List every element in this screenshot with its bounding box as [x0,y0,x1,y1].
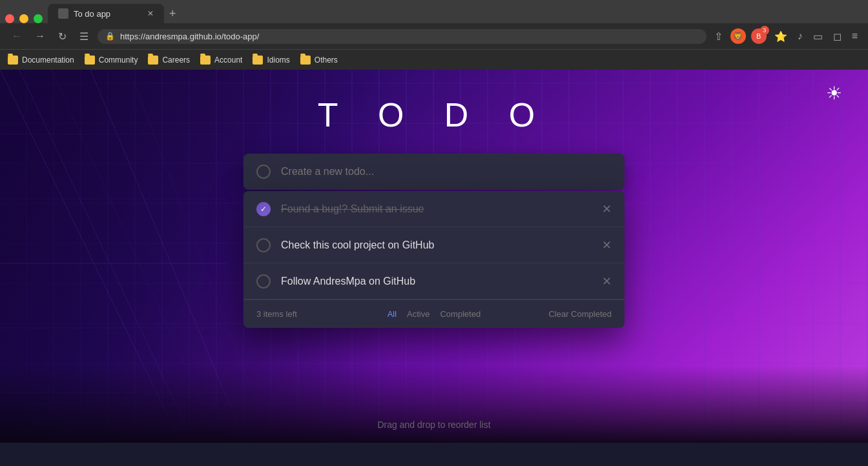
bookmark-label: Others [315,56,338,65]
bookmark-label: Community [99,56,138,65]
todo-item: Follow AndresMpa on GitHub ✕ [243,263,625,299]
tab-title: To do app [74,9,110,19]
folder-icon [253,56,263,65]
new-todo-circle[interactable] [256,165,271,179]
bookmark-label: Careers [162,56,190,65]
new-todo-input[interactable] [281,166,612,177]
badge-count: 3 [760,26,769,35]
lock-icon: 🔒 [105,32,115,41]
todo-delete-btn[interactable]: ✕ [602,274,612,289]
win-close-btn[interactable] [5,14,14,23]
filter-active-btn[interactable]: Active [407,309,429,319]
folder-icon [148,56,158,65]
bookmark-label: Account [214,56,242,65]
todo-text: Follow AndresMpa on GitHub [281,276,592,287]
reload-btn[interactable]: ↻ [54,28,70,45]
drag-hint: Drag and drop to reorder list [377,420,490,430]
filter-completed-btn[interactable]: Completed [440,309,480,319]
bookmark-account[interactable]: Account [200,56,242,65]
todo-item: Check this cool project on GitHub ✕ [243,227,625,263]
todo-check-btn[interactable] [256,274,271,289]
bookmark-others[interactable]: Others [300,56,338,65]
todo-list: ✓ Found a bug!? Submit an issue ✕ Check … [243,191,625,328]
menu-btn[interactable]: ≡ [849,28,860,45]
todo-text: Found a bug!? Submit an issue [281,203,592,215]
share-btn[interactable]: ⇧ [712,28,725,45]
bookmark-community[interactable]: Community [85,56,138,65]
back-btn[interactable]: ← [8,28,26,45]
todo-item: ✓ Found a bug!? Submit an issue ✕ [243,191,625,227]
todo-delete-btn[interactable]: ✕ [602,202,612,216]
bookmark-page-btn[interactable]: ☰ [76,28,92,45]
tab-close-btn[interactable]: ✕ [147,9,154,18]
bookmark-label: Idioms [267,56,289,65]
todo-check-btn[interactable]: ✓ [256,202,271,216]
bookmark-careers[interactable]: Careers [148,56,190,65]
todo-delete-btn[interactable]: ✕ [602,238,612,252]
nav-bar: ← → ↻ ☰ 🔒 https://andresmpa.github.io/to… [0,23,868,49]
folder-icon [85,56,95,65]
address-bar[interactable]: 🔒 https://andresmpa.github.io/todo-app/ [98,29,707,44]
todo-container: ✓ Found a bug!? Submit an issue ✕ Check … [243,154,625,328]
active-tab[interactable]: To do app ✕ [48,4,164,23]
filter-all-btn[interactable]: All [388,309,397,319]
url-display: https://andresmpa.github.io/todo-app/ [120,32,259,41]
forward-btn[interactable]: → [31,28,49,45]
music-btn[interactable]: ♪ [795,28,805,45]
wallet-btn[interactable]: ◻ [831,28,844,45]
folder-icon [8,56,18,65]
main-content: T O D O ☀ ✓ Found a bug!? Submit an issu… [0,70,868,443]
todo-text: Check this cool project on GitHub [281,239,592,251]
app-content: T O D O ☀ ✓ Found a bug!? Submit an issu… [0,70,868,443]
checkmark-icon: ✓ [260,205,267,214]
brave-badge-btn[interactable]: B 3 [751,28,767,44]
clear-completed-btn[interactable]: Clear Completed [493,309,612,319]
browser-chrome: To do app ✕ + ← → ↻ ☰ 🔒 https://andresmp… [0,0,868,70]
filter-buttons: All Active Completed [375,309,493,319]
todo-footer: 3 items left All Active Completed Clear … [243,299,625,328]
bookmarks-bar: Documentation Community Careers Account … [0,49,868,70]
sun-icon[interactable]: ☀ [826,83,842,103]
theme-toggle[interactable]: ☀ [826,83,842,104]
sidebar-btn[interactable]: ▭ [811,28,825,45]
create-todo-bar [243,154,625,190]
brave-shield-btn[interactable]: 🦁 [730,28,746,44]
items-left-count: 3 items left [256,309,375,319]
app-title: T O D O [318,96,551,134]
extensions-btn[interactable]: ⭐ [772,28,790,45]
folder-icon [300,56,311,65]
bookmark-idioms[interactable]: Idioms [253,56,289,65]
tab-favicon [58,8,68,19]
folder-icon [200,56,211,65]
tab-bar: To do app ✕ + [0,0,868,23]
bookmark-documentation[interactable]: Documentation [8,56,74,65]
win-min-btn[interactable] [19,14,28,23]
bookmark-label: Documentation [22,56,74,65]
new-tab-btn[interactable]: + [164,5,181,23]
nav-actions: ⇧ 🦁 B 3 ⭐ ♪ ▭ ◻ ≡ [712,28,860,45]
drag-hint-text: Drag and drop to reorder list [377,420,490,430]
todo-check-btn[interactable] [256,238,271,252]
win-max-btn[interactable] [34,14,43,23]
